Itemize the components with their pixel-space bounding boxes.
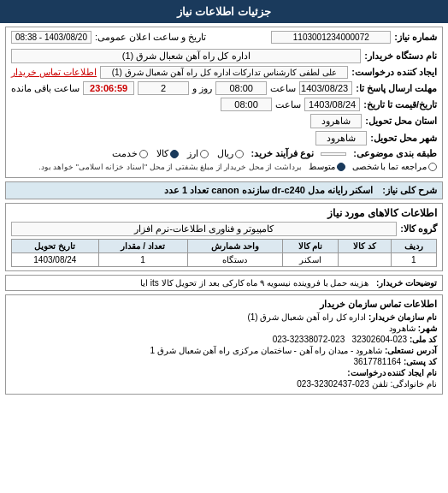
radio-rial[interactable]: ریال xyxy=(217,148,244,159)
contact-code-label: کد ملی: xyxy=(410,335,437,344)
sharh-label: شرح کلی نیاز: xyxy=(382,185,437,195)
contact-postal-label: کد پستی: xyxy=(404,357,437,366)
tarikh-gheymat-sahat: 08:00 xyxy=(221,98,272,111)
contact-code-1: 023-32302604 xyxy=(352,335,408,344)
radio-morajee-label: مراجعه تما با شخصی xyxy=(352,162,427,171)
morsal-remaining: 23:06:59 xyxy=(83,81,134,95)
group-value: کامپیوتر و فناوری اطلاعات-نرم افزار xyxy=(11,222,397,236)
shomara-niyaz-value: 1103001234000072 xyxy=(271,31,391,44)
contact-telfon-label: نام خانوادگی: تلفن xyxy=(372,379,437,389)
contact-nam-sazman-value: اداره کل راه آهن شعبال شرق (1) xyxy=(247,312,366,322)
morsal-label: مهلت ارسال پاسخ تا: xyxy=(356,83,437,94)
page-header: جزئیات اطلاعات نیاز xyxy=(0,0,448,23)
tarikh-gheymat-label: تاریخ/قیمت تا تاریخ: xyxy=(363,99,437,110)
ejad-label: ایجاد کننده درخواست: xyxy=(351,67,437,78)
band-value xyxy=(321,152,346,156)
contact-ejad-label: نام ایجاد کننده درخواست: xyxy=(347,368,437,377)
contact-postal-value: 3617781164 xyxy=(353,357,401,366)
contact-shahr-value: شاهرود xyxy=(389,324,416,333)
radio-kala-circle xyxy=(170,150,179,158)
col-tedad: تعداد / مقدار xyxy=(98,240,187,253)
radio-motavasset[interactable]: متوسط xyxy=(309,162,345,171)
sahat-label2: ساعت xyxy=(275,99,301,110)
radio-arz[interactable]: ارز xyxy=(187,148,209,159)
col-name: نام کالا xyxy=(283,240,339,253)
radio-khedmat[interactable]: خدمت xyxy=(112,148,148,159)
shomara-niyaz-label: شماره نیاز: xyxy=(394,32,437,43)
radio-morajee[interactable]: مراجعه تما با شخصی xyxy=(352,162,437,171)
notes-value: هزینه حمل با فروینده نیسویه ۹ ماه کارکی … xyxy=(140,278,368,288)
col-date: تاریخ تحویل xyxy=(12,240,99,253)
extra-note: برداشت از محل خریدار از مبلغ بشفتی از مح… xyxy=(38,163,301,171)
radio-arz-circle xyxy=(200,150,209,158)
contact-shahr-label: شهر: xyxy=(418,324,437,333)
contact-adres-value: شاهرود - میدان راه آهن - ساختمان مرکزی ر… xyxy=(150,346,383,355)
nogh-radio-group: ریال ارز کالا خدمت xyxy=(112,148,244,159)
nogh-label: نوع فرآیند خرید: xyxy=(251,148,314,159)
radio-arz-label: ارز xyxy=(187,148,198,159)
group-kala-label: اطلاعات کالاهای مورد نیاز xyxy=(327,207,437,219)
contact-title: اطلاعات تماس سازمان خریدار xyxy=(11,299,437,310)
radio-motavasset-label: متوسط xyxy=(309,162,335,171)
contact-adres-label: آدرس نستعلی: xyxy=(385,346,437,355)
shahr-value: شاهرود xyxy=(315,131,367,146)
contact-nam-sazman-label: نام سازمان خریدار: xyxy=(368,312,437,322)
rooz-label: روز و xyxy=(192,83,212,94)
contact-link[interactable]: اطلاعات تماس خریدار xyxy=(11,67,97,78)
ejad-value: علی لطفی کارشناس تدارکات اداره کل راه آه… xyxy=(100,66,348,79)
radio-khedmat-label: خدمت xyxy=(112,148,138,159)
tarikh-aelam-value: 1403/08/20 - 08:38 xyxy=(11,31,91,44)
ostan-label: استان محل تحویل: xyxy=(365,116,437,127)
morsal-date: 1403/08/23 xyxy=(299,81,352,95)
tarikh-gheymat-date: 1403/08/24 xyxy=(304,98,360,111)
tarakonesh-group: مراجعه تما با شخصی متوسط برداشت از محل خ… xyxy=(38,162,437,171)
radio-motavasset-circle xyxy=(337,163,345,171)
col-radif: ردیف xyxy=(391,240,436,253)
col-code: کد کالا xyxy=(339,240,392,253)
band-label: طبقه بندی موضوعی: xyxy=(353,148,437,159)
sahat-label: ساعت xyxy=(270,83,296,94)
contact-code-2: 023-32338072-023 xyxy=(273,335,345,344)
notes-label: توضیحات خریدار: xyxy=(376,278,437,288)
nam-dastgah-label: نام دستگاه خریدار: xyxy=(364,50,437,62)
morsal-sahat: 08:00 xyxy=(215,81,267,95)
radio-khedmat-circle xyxy=(139,150,148,158)
radio-kala-label: کالا xyxy=(156,148,168,159)
kala-table: ردیف کد کالا نام کالا واحد شمارش تعداد /… xyxy=(11,239,437,267)
radio-morajee-circle xyxy=(428,163,437,171)
shahr-label: شهر محل تحویل: xyxy=(370,133,437,144)
ostan-value: شاهرود xyxy=(310,114,362,128)
morsal-rooz: 2 xyxy=(138,81,189,95)
page-title: جزئیات اطلاعات نیاز xyxy=(177,5,271,18)
col-vahed: واحد شمارش xyxy=(187,240,283,253)
table-row: 1اسکنردستگاه11403/08/24 xyxy=(12,253,437,267)
sharh-value: اسکنر رایانه مدل dr-c240 سازنده canon تع… xyxy=(164,185,373,195)
group-label: گروه کالا: xyxy=(400,223,437,235)
nam-dastgah-value: اداره کل راه آهن شعبال شرق (1) xyxy=(11,49,361,63)
radio-kala[interactable]: کالا xyxy=(156,148,179,159)
radio-rial-label: ریال xyxy=(217,148,233,159)
remaining-label: ساعت باقی مانده xyxy=(11,83,80,94)
radio-rial-circle xyxy=(235,150,244,158)
tarikh-aelam-label: تاریخ و ساعت اعلان عمومی: xyxy=(95,32,206,43)
contact-telfon-value: 023-32302437-023 xyxy=(297,379,369,389)
